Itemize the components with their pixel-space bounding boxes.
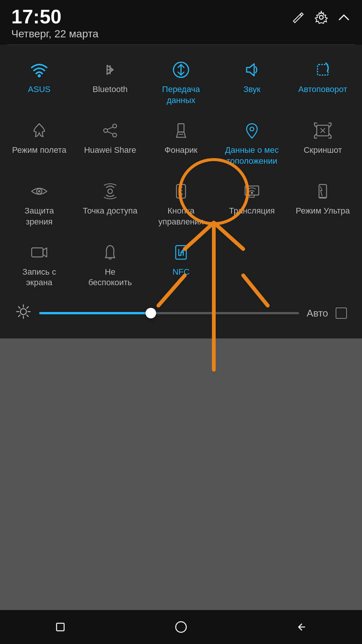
tile-screenshot-label: Скриншот xyxy=(304,145,342,156)
settings-icon[interactable] xyxy=(314,11,328,27)
nav-bar xyxy=(0,610,362,644)
svg-rect-24 xyxy=(319,184,327,198)
svg-point-29 xyxy=(20,309,26,315)
tile-hotspot[interactable]: Точка доступа xyxy=(75,174,146,235)
tile-ultramode[interactable]: Режим Ультра xyxy=(287,174,358,235)
svg-line-36 xyxy=(27,307,28,308)
svg-point-1 xyxy=(38,74,41,77)
svg-point-5 xyxy=(113,124,117,128)
status-date: Четверг, 22 марта xyxy=(11,28,98,40)
tile-airplane-label: Режим полета xyxy=(12,145,66,156)
brightness-thumb[interactable] xyxy=(146,308,156,318)
brightness-slider[interactable] xyxy=(39,312,299,314)
tile-hotspot-label: Точка доступа xyxy=(83,206,138,217)
tile-bluetooth[interactable]: Bluetooth xyxy=(75,52,146,113)
svg-point-4 xyxy=(104,129,107,132)
svg-point-17 xyxy=(108,189,112,194)
tile-huawei-label: Huawei Share xyxy=(84,145,136,156)
tile-nfc[interactable]: NFC xyxy=(146,235,216,296)
tile-data-label: Передачаданных xyxy=(162,84,200,106)
tile-screenshot[interactable]: Скриншот xyxy=(287,113,358,174)
svg-line-34 xyxy=(18,307,20,308)
tile-eyecare-label: Защитазрения xyxy=(25,206,54,227)
svg-point-0 xyxy=(319,15,323,19)
svg-point-16 xyxy=(38,190,40,192)
svg-point-39 xyxy=(176,622,186,632)
brightness-auto-checkbox[interactable] xyxy=(336,307,347,319)
status-time: 17:50 xyxy=(11,7,98,26)
tile-nfc-label: NFC xyxy=(172,267,189,278)
svg-line-37 xyxy=(18,315,20,317)
svg-rect-9 xyxy=(178,124,184,132)
tile-screenrecord[interactable]: Запись сэкрана xyxy=(4,235,75,296)
tiles-grid: ASUS Bluetooth Передачаданных xyxy=(4,52,358,296)
nav-recents-button[interactable] xyxy=(53,619,68,635)
tile-screenrecord-label: Запись сэкрана xyxy=(22,267,56,288)
gray-area xyxy=(0,338,362,633)
tile-assistbutton-label: Кнопкауправления xyxy=(158,206,204,227)
tile-bluetooth-label: Bluetooth xyxy=(93,84,128,95)
tile-huawei[interactable]: Huawei Share xyxy=(75,113,146,174)
brightness-row: Авто xyxy=(4,296,358,331)
nav-home-button[interactable] xyxy=(173,619,189,635)
svg-rect-18 xyxy=(176,184,186,198)
quick-settings-panel: ASUS Bluetooth Передачаданных xyxy=(0,45,362,338)
svg-point-21 xyxy=(180,193,182,195)
tile-cast[interactable]: Трансляция xyxy=(216,174,287,235)
tile-flashlight[interactable]: Фонарик xyxy=(146,113,216,174)
tile-airplane[interactable]: Режим полета xyxy=(4,113,75,174)
tile-autorotate[interactable]: Автоповорот xyxy=(287,52,358,113)
svg-line-8 xyxy=(107,132,113,134)
svg-rect-26 xyxy=(32,248,43,257)
tile-donotdisturb[interactable]: Небеспокоить xyxy=(75,235,146,296)
svg-point-11 xyxy=(250,127,254,131)
tile-sound-label: Звук xyxy=(243,84,260,95)
brightness-auto-label: Авто xyxy=(307,307,328,319)
tile-assistbutton[interactable]: Кнопкауправления xyxy=(146,174,216,235)
svg-point-6 xyxy=(113,133,117,137)
status-icons xyxy=(292,7,351,27)
brightness-fill xyxy=(39,312,151,314)
svg-rect-38 xyxy=(57,623,64,631)
tile-wifi-label: ASUS xyxy=(28,84,51,95)
tile-donotdisturb-label: Небеспокоить xyxy=(88,267,132,288)
svg-line-7 xyxy=(107,127,113,129)
svg-line-35 xyxy=(27,315,28,317)
tile-flashlight-label: Фонарик xyxy=(164,145,198,156)
tile-ultramode-label: Режим Ультра xyxy=(296,206,350,217)
tile-location-label: Данные о местоположении xyxy=(225,145,279,166)
tile-autorotate-label: Автоповорот xyxy=(298,84,347,95)
svg-rect-3 xyxy=(318,65,328,75)
status-bar: 17:50 Четверг, 22 марта xyxy=(0,0,362,45)
brightness-icon xyxy=(15,303,32,323)
tile-eyecare[interactable]: Защитазрения xyxy=(4,174,75,235)
collapse-icon[interactable] xyxy=(337,11,351,27)
nav-back-button[interactable] xyxy=(294,619,309,635)
tile-wifi[interactable]: ASUS xyxy=(4,52,75,113)
tile-data[interactable]: Передачаданных xyxy=(146,52,216,113)
tile-sound[interactable]: Звук xyxy=(216,52,287,113)
tile-location[interactable]: Данные о местоположении xyxy=(216,113,287,174)
tile-cast-label: Трансляция xyxy=(229,206,275,217)
edit-icon[interactable] xyxy=(292,11,305,27)
svg-point-23 xyxy=(251,192,253,194)
